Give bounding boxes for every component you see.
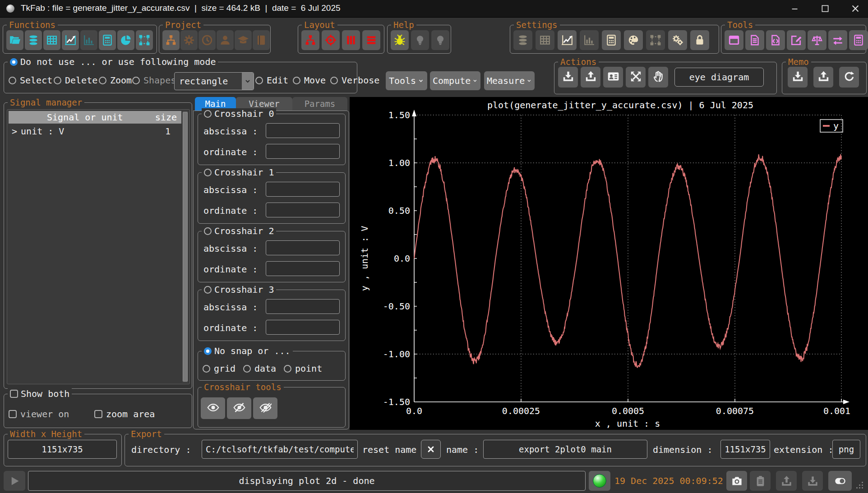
mode-radio-zoom[interactable]: Zoom: [99, 75, 132, 86]
refresh-button[interactable]: [839, 67, 859, 88]
target-button[interactable]: [322, 30, 340, 50]
plot-canvas[interactable]: 1.501.000.500.0-0.50-1.00-1.500.00.00025…: [350, 97, 868, 430]
table-button[interactable]: [43, 30, 60, 50]
window-button[interactable]: [725, 30, 743, 50]
tab-params[interactable]: Params: [292, 97, 347, 111]
chevron-down-icon[interactable]: [242, 73, 254, 90]
palette-button[interactable]: [624, 30, 643, 50]
signal-row[interactable]: > unit : V: [12, 126, 64, 137]
select-area-button[interactable]: [646, 30, 665, 50]
close-button[interactable]: [843, 2, 868, 15]
eye-diagram-button[interactable]: eye diagram: [674, 68, 764, 87]
signal-list[interactable]: Signal or unit size > unit : V 1: [7, 109, 190, 384]
org-tree-button[interactable]: [162, 30, 180, 50]
clock-button[interactable]: [199, 30, 216, 50]
swap-arrows-button[interactable]: [828, 30, 847, 50]
tree-expander-icon[interactable]: >: [12, 126, 17, 137]
crosshair-1-ordinate-input[interactable]: [266, 203, 340, 217]
snap-radio-grid[interactable]: grid: [203, 363, 235, 374]
reset-name-button[interactable]: [421, 440, 441, 459]
calculator-button[interactable]: [602, 30, 621, 50]
crosshair-2-abscissa-input[interactable]: [266, 240, 340, 255]
compute-menu-button[interactable]: Compute: [430, 71, 480, 90]
crosshair-2-ordinate-input[interactable]: [266, 261, 340, 276]
mode-radio-edit[interactable]: Edit: [255, 75, 288, 86]
org-tree-button[interactable]: [301, 30, 319, 50]
edit-square-button[interactable]: [787, 30, 806, 50]
width-height-input[interactable]: [8, 440, 117, 459]
export-tray-button[interactable]: [813, 67, 833, 88]
gear-button[interactable]: [180, 30, 198, 50]
status-led-button[interactable]: [589, 471, 610, 491]
name-input[interactable]: [483, 440, 647, 459]
crosshair-3-radio[interactable]: [204, 286, 212, 294]
shape-combobox[interactable]: rectangle: [174, 72, 254, 90]
download-button[interactable]: [802, 471, 823, 491]
folder-open-button[interactable]: [6, 30, 23, 50]
bug-button[interactable]: [391, 30, 409, 50]
code-file-button[interactable]: [766, 30, 785, 50]
maximize-button[interactable]: [813, 2, 837, 15]
mode-radio-verbose[interactable]: Verbose: [330, 75, 379, 86]
mode-radio-shapes[interactable]: Shapes: [132, 75, 176, 86]
upload-button[interactable]: [776, 471, 797, 491]
database-button[interactable]: [513, 30, 532, 50]
bar-chart-button[interactable]: [80, 30, 97, 50]
snap-radio-point[interactable]: point: [284, 363, 322, 374]
bulb-button[interactable]: [411, 30, 429, 50]
no-snap-radio[interactable]: [204, 347, 212, 355]
directory-input[interactable]: [202, 440, 358, 459]
zoom-area-check[interactable]: zoom area: [94, 409, 155, 419]
export-tray-button[interactable]: [581, 67, 600, 88]
extension-input[interactable]: [832, 440, 860, 459]
database-button[interactable]: [25, 30, 42, 50]
rows-button[interactable]: [362, 30, 380, 50]
calculator-button[interactable]: [849, 30, 868, 50]
user-button[interactable]: [217, 30, 234, 50]
minimize-button[interactable]: [783, 2, 807, 15]
tools-menu-button[interactable]: Tools: [386, 71, 427, 90]
show-both-checkbox[interactable]: [10, 390, 18, 398]
resize-grip[interactable]: [856, 482, 864, 490]
do-not-use-radio[interactable]: [10, 58, 18, 66]
line-chart-button[interactable]: [62, 30, 79, 50]
crosshair-0-radio[interactable]: [204, 110, 212, 118]
gears-button[interactable]: [668, 30, 687, 50]
lock-button[interactable]: [690, 30, 709, 50]
graduation-cap-button[interactable]: [235, 30, 252, 50]
notebook-button[interactable]: [253, 30, 270, 50]
run-button[interactable]: [4, 471, 25, 491]
eye-slash-button[interactable]: [227, 397, 251, 419]
import-tray-button[interactable]: [558, 67, 578, 88]
expand-arrows-button[interactable]: [626, 67, 646, 88]
crosshair-1-radio[interactable]: [204, 169, 212, 176]
select-area-button[interactable]: [136, 30, 153, 50]
dimension-input[interactable]: [720, 440, 770, 459]
crosshair-2-radio[interactable]: [204, 227, 212, 235]
bulb-button[interactable]: [431, 30, 449, 50]
viewer-on-check[interactable]: viewer on: [9, 409, 69, 419]
measure-menu-button[interactable]: Measure: [484, 71, 535, 90]
calculator-button[interactable]: [99, 30, 116, 50]
signal-list-scrollbar[interactable]: [182, 111, 188, 382]
id-card-button[interactable]: [603, 67, 623, 88]
import-tray-button[interactable]: [788, 67, 808, 88]
crosshair-1-abscissa-input[interactable]: [266, 182, 340, 197]
hand-pointer-button[interactable]: [648, 67, 668, 88]
scales-button[interactable]: [808, 30, 826, 50]
columns-button[interactable]: [342, 30, 360, 50]
table-button[interactable]: [536, 30, 554, 50]
mode-radio-select[interactable]: Select: [9, 75, 52, 86]
theme-toggle-button[interactable]: [828, 471, 852, 491]
pie-chart-button[interactable]: [117, 30, 134, 50]
bar-chart-button[interactable]: [580, 30, 599, 50]
eye-button[interactable]: [201, 397, 225, 419]
screenshot-button[interactable]: [726, 471, 747, 491]
eye-slash-stroked-button[interactable]: [253, 397, 277, 419]
crosshair-3-abscissa-input[interactable]: [266, 299, 340, 314]
mode-radio-move[interactable]: Move: [293, 75, 326, 86]
mode-radio-delete[interactable]: Delete: [54, 75, 97, 86]
crosshair-0-abscissa-input[interactable]: [266, 123, 340, 138]
snap-radio-data[interactable]: data: [243, 363, 276, 374]
clipboard-button[interactable]: [750, 471, 771, 491]
